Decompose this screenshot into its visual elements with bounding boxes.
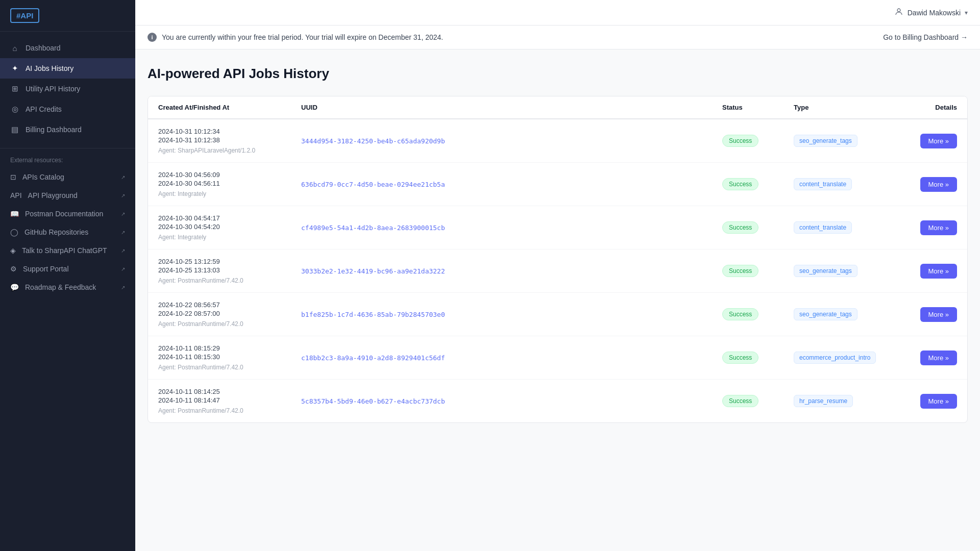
page-title: AI-powered API Jobs History xyxy=(148,66,968,82)
sidebar-logo: #API xyxy=(0,0,135,32)
uuid-link-0[interactable]: 3444d954-3182-4250-be4b-c65ada920d9b xyxy=(301,137,445,145)
type-cell-2: content_translate xyxy=(794,221,896,234)
details-cell-3: More » xyxy=(896,264,957,279)
talk-to-sharpapi-chatgpt-icon: ◈ xyxy=(10,246,16,255)
finished-at-6: 2024-10-11 08:14:47 xyxy=(158,396,301,404)
uuid-cell-6[interactable]: 5c8357b4-5bd9-46e0-b627-e4acbc737dcb xyxy=(301,396,722,406)
apis-catalog-icon: ⊡ xyxy=(10,173,16,181)
external-item-support-portal[interactable]: ⚙ Support Portal ↗ xyxy=(0,260,135,278)
date-cell-2: 2024-10-30 04:54:17 2024-10-30 04:54:20 … xyxy=(158,214,301,241)
external-label-api-playground: API Playground xyxy=(28,191,78,199)
uuid-cell-0[interactable]: 3444d954-3182-4250-be4b-c65ada920d9b xyxy=(301,136,722,145)
type-badge-1: content_translate xyxy=(794,178,852,190)
date-cell-4: 2024-10-22 08:56:57 2024-10-22 08:57:00 … xyxy=(158,301,301,328)
user-menu[interactable]: Dawid Makowski ▾ xyxy=(894,7,968,18)
type-cell-1: content_translate xyxy=(794,178,896,190)
jobs-table: Created At/Finished At UUID Status Type … xyxy=(148,96,968,423)
type-cell-0: seo_generate_tags xyxy=(794,135,896,147)
external-link-icon: ↗ xyxy=(121,193,125,198)
uuid-cell-1[interactable]: 636bcd79-0cc7-4d50-beae-0294ee21cb5a xyxy=(301,180,722,189)
sidebar-label-api-credits: API Credits xyxy=(26,105,62,113)
external-item-talk-to-sharpapi-chatgpt[interactable]: ◈ Talk to SharpAPI ChatGPT ↗ xyxy=(0,241,135,260)
external-item-roadmap-feedback[interactable]: 💬 Roadmap & Feedback ↗ xyxy=(0,278,135,296)
col-header-uuid: UUID xyxy=(301,104,722,111)
external-label-apis-catalog: APIs Catalog xyxy=(22,173,64,181)
type-badge-0: seo_generate_tags xyxy=(794,135,857,147)
external-resources-label: External resources: xyxy=(0,148,135,168)
date-cell-1: 2024-10-30 04:56:09 2024-10-30 04:56:11 … xyxy=(158,171,301,197)
sidebar-label-ai-jobs-history: AI Jobs History xyxy=(26,64,74,72)
external-label-postman-documentation: Postman Documentation xyxy=(25,210,103,218)
details-cell-5: More » xyxy=(896,350,957,365)
external-label-support-portal: Support Portal xyxy=(23,265,69,273)
sidebar: #API ⌂ Dashboard ✦ AI Jobs History ⊞ Uti… xyxy=(0,0,135,551)
created-at-5: 2024-10-11 08:15:29 xyxy=(158,344,301,352)
more-button-4[interactable]: More » xyxy=(920,307,957,322)
external-link-icon: ↗ xyxy=(121,248,125,254)
status-badge-2: Success xyxy=(722,221,758,234)
external-label-roadmap-feedback: Roadmap & Feedback xyxy=(25,283,96,291)
external-item-github-repositories[interactable]: ◯ GitHub Repositories ↗ xyxy=(0,223,135,241)
finished-at-4: 2024-10-22 08:57:00 xyxy=(158,310,301,317)
table-row: 2024-10-30 04:54:17 2024-10-30 04:54:20 … xyxy=(148,206,967,249)
table-row: 2024-10-30 04:56:09 2024-10-30 04:56:11 … xyxy=(148,163,967,206)
more-button-0[interactable]: More » xyxy=(920,134,957,148)
details-cell-1: More » xyxy=(896,177,957,192)
roadmap-feedback-icon: 💬 xyxy=(10,283,19,291)
more-button-1[interactable]: More » xyxy=(920,177,957,192)
status-cell-6: Success xyxy=(722,395,794,407)
agent-2: Agent: Integrately xyxy=(158,234,301,241)
sidebar-item-billing-dashboard[interactable]: ▤ Billing Dashboard xyxy=(0,119,135,140)
sidebar-item-utility-api-history[interactable]: ⊞ Utility API History xyxy=(0,79,135,99)
uuid-link-5[interactable]: c18bb2c3-8a9a-4910-a2d8-8929401c56df xyxy=(301,354,445,362)
chevron-down-icon: ▾ xyxy=(965,9,968,16)
billing-dashboard-icon: ▤ xyxy=(10,125,19,134)
user-name: Dawid Makowski xyxy=(908,9,961,17)
more-button-2[interactable]: More » xyxy=(920,220,957,235)
uuid-cell-2[interactable]: cf4989e5-54a1-4d2b-8aea-2683900015cb xyxy=(301,223,722,232)
postman-documentation-icon: 📖 xyxy=(10,210,19,218)
uuid-cell-5[interactable]: c18bb2c3-8a9a-4910-a2d8-8929401c56df xyxy=(301,353,722,362)
col-header-type: Type xyxy=(794,104,896,111)
uuid-cell-4[interactable]: b1fe825b-1c7d-4636-85ab-79b2845703e0 xyxy=(301,310,722,319)
sidebar-item-api-credits[interactable]: ◎ API Credits xyxy=(0,99,135,119)
status-badge-4: Success xyxy=(722,308,758,320)
external-item-apis-catalog[interactable]: ⊡ APIs Catalog ↗ xyxy=(0,168,135,186)
status-badge-3: Success xyxy=(722,265,758,277)
trial-banner: i You are currently within your free tri… xyxy=(135,26,980,49)
sidebar-item-ai-jobs-history[interactable]: ✦ AI Jobs History xyxy=(0,58,135,79)
created-at-6: 2024-10-11 08:14:25 xyxy=(158,388,301,395)
sidebar-item-dashboard[interactable]: ⌂ Dashboard xyxy=(0,38,135,58)
uuid-cell-3[interactable]: 3033b2e2-1e32-4419-bc96-aa9e21da3222 xyxy=(301,266,722,276)
uuid-link-6[interactable]: 5c8357b4-5bd9-46e0-b627-e4acbc737dcb xyxy=(301,397,445,405)
billing-link[interactable]: Go to Billing Dashboard → xyxy=(883,33,968,41)
trial-message: You are currently within your free trial… xyxy=(162,33,443,41)
status-cell-2: Success xyxy=(722,221,794,234)
finished-at-5: 2024-10-11 08:15:30 xyxy=(158,353,301,361)
created-at-2: 2024-10-30 04:54:17 xyxy=(158,214,301,222)
uuid-link-4[interactable]: b1fe825b-1c7d-4636-85ab-79b2845703e0 xyxy=(301,311,445,318)
agent-6: Agent: PostmanRuntime/7.42.0 xyxy=(158,407,301,414)
table-row: 2024-10-31 10:12:34 2024-10-31 10:12:38 … xyxy=(148,119,967,163)
external-link-icon: ↗ xyxy=(121,285,125,290)
finished-at-1: 2024-10-30 04:56:11 xyxy=(158,180,301,187)
type-badge-4: seo_generate_tags xyxy=(794,308,857,320)
external-link-icon: ↗ xyxy=(121,211,125,217)
agent-5: Agent: PostmanRuntime/7.42.0 xyxy=(158,364,301,371)
uuid-link-2[interactable]: cf4989e5-54a1-4d2b-8aea-2683900015cb xyxy=(301,224,445,232)
status-cell-4: Success xyxy=(722,308,794,320)
github-repositories-icon: ◯ xyxy=(10,228,18,236)
more-button-5[interactable]: More » xyxy=(920,350,957,365)
uuid-link-1[interactable]: 636bcd79-0cc7-4d50-beae-0294ee21cb5a xyxy=(301,181,445,188)
main-content: Dawid Makowski ▾ i You are currently wit… xyxy=(135,0,980,551)
finished-at-2: 2024-10-30 04:54:20 xyxy=(158,223,301,231)
support-portal-icon: ⚙ xyxy=(10,265,17,273)
agent-4: Agent: PostmanRuntime/7.42.0 xyxy=(158,320,301,328)
more-button-6[interactable]: More » xyxy=(920,394,957,409)
logo-badge[interactable]: #API xyxy=(10,8,39,23)
dashboard-icon: ⌂ xyxy=(10,43,19,53)
uuid-link-3[interactable]: 3033b2e2-1e32-4419-bc96-aa9e21da3222 xyxy=(301,267,445,275)
external-item-postman-documentation[interactable]: 📖 Postman Documentation ↗ xyxy=(0,205,135,223)
external-item-api-playground[interactable]: API API Playground ↗ xyxy=(0,186,135,205)
more-button-3[interactable]: More » xyxy=(920,264,957,279)
